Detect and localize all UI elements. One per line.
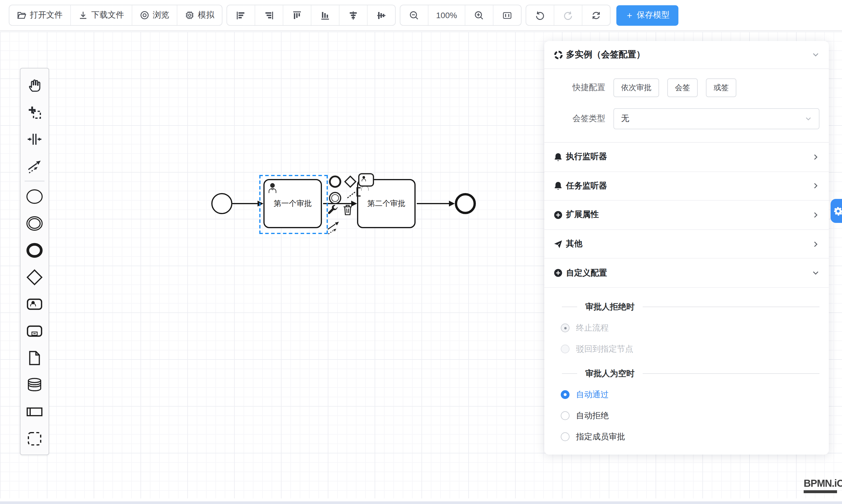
save-model-button[interactable]: ＋ 保存模型	[616, 5, 679, 25]
panel-header[interactable]: 多实例（会签配置）	[544, 41, 829, 69]
settings-wrench-button[interactable]	[327, 204, 338, 215]
zoom-in-button[interactable]	[465, 5, 493, 25]
quick-config-sequential-button[interactable]: 依次审批	[613, 78, 659, 97]
palette-participant-pool[interactable]	[21, 398, 48, 425]
zoom-button-group: 100%	[400, 5, 522, 26]
hand-tool[interactable]	[21, 72, 48, 99]
download-file-label: 下载文件	[91, 10, 124, 20]
sign-type-label: 会签类型	[554, 113, 613, 124]
align-top-button[interactable]	[283, 5, 311, 25]
preview-button[interactable]: 浏览	[132, 5, 177, 25]
simulate-button[interactable]: 模拟	[177, 5, 222, 25]
file-button-group: 打开文件 下载文件 浏览 模拟	[9, 5, 223, 26]
refresh-button[interactable]	[582, 5, 610, 25]
delete-trash-button[interactable]	[343, 203, 353, 216]
lasso-tool-icon	[27, 104, 43, 121]
task-label: 第二个审批	[367, 198, 405, 209]
radio-checked-disabled-icon	[561, 324, 569, 332]
append-task-button[interactable]	[358, 173, 374, 187]
palette-group[interactable]	[21, 425, 48, 452]
subprocess-icon	[26, 322, 43, 340]
simulate-label: 模拟	[198, 10, 214, 20]
redo-button[interactable]	[554, 5, 582, 25]
zoom-level: 100%	[428, 5, 465, 25]
connect-tool-button[interactable]	[327, 221, 342, 235]
align-middle-vertical-button[interactable]	[368, 5, 395, 25]
open-file-button[interactable]: 打开文件	[10, 5, 71, 25]
section-other[interactable]: 其他	[544, 230, 829, 259]
palette-user-task[interactable]	[21, 291, 48, 318]
align-left-icon	[236, 10, 246, 20]
palette-data-object[interactable]	[21, 345, 48, 372]
undo-icon	[535, 10, 545, 20]
radio-auto-pass[interactable]: 自动通过	[561, 390, 820, 400]
lasso-tool[interactable]	[21, 99, 48, 126]
section-custom-config[interactable]: 自定义配置	[544, 259, 829, 288]
zoom-reset-button[interactable]	[493, 5, 521, 25]
radio-return-to-node[interactable]: 驳回到指定节点	[561, 344, 820, 355]
chevron-down-icon[interactable]	[812, 51, 820, 58]
append-intermediate-event-button[interactable]	[329, 192, 341, 204]
hand-tool-icon	[27, 77, 43, 94]
end-event-icon	[26, 241, 43, 259]
global-connect-tool[interactable]	[21, 153, 48, 180]
section-task-listener[interactable]: 任务监听器	[544, 172, 829, 201]
radio-label: 终止流程	[576, 323, 609, 334]
user-task-icon	[26, 295, 43, 313]
space-tool[interactable]	[21, 126, 48, 153]
data-object-icon	[27, 350, 43, 366]
download-file-button[interactable]: 下载文件	[71, 5, 132, 25]
plus-icon: ＋	[625, 10, 634, 21]
open-file-label: 打开文件	[30, 10, 63, 20]
text-annotation-icon	[347, 186, 362, 199]
end-event-shape[interactable]	[455, 193, 476, 214]
inner-circle	[331, 194, 339, 202]
folder-open-icon	[17, 11, 27, 20]
section-extended-properties[interactable]: 扩展属性	[544, 201, 829, 230]
append-end-event-button[interactable]	[329, 176, 341, 188]
selection-outline	[259, 175, 328, 234]
align-center-horizontal-button[interactable]	[339, 5, 368, 25]
align-left-button[interactable]	[227, 5, 255, 25]
zoom-out-button[interactable]	[400, 5, 428, 25]
bpmn-io-logo-underline	[804, 490, 837, 493]
sign-type-select[interactable]: 无	[613, 108, 820, 129]
intermediate-event-icon	[26, 215, 43, 232]
divider-line	[562, 307, 577, 307]
palette-end-event[interactable]	[21, 237, 48, 264]
quick-config-countersign-button[interactable]: 会签	[667, 78, 698, 97]
bpmn-io-logo[interactable]: BPMN.iO	[804, 478, 842, 493]
bottom-scrollbar[interactable]	[0, 501, 842, 504]
section-execution-listener[interactable]: 执行监听器	[544, 143, 829, 172]
palette-gateway[interactable]	[21, 264, 48, 291]
panel-title: 多实例（会签配置）	[566, 49, 812, 60]
quick-config-orsign-button[interactable]: 或签	[706, 78, 736, 97]
wrench-icon	[327, 204, 338, 215]
settings-tab[interactable]	[830, 199, 842, 223]
undo-button[interactable]	[526, 5, 554, 25]
radio-terminate-process[interactable]: 终止流程	[561, 323, 820, 334]
radio-assign-member[interactable]: 指定成员审批	[561, 432, 820, 442]
sequence-flow-1[interactable]	[232, 203, 258, 204]
align-center-horizontal-icon	[348, 10, 358, 20]
radio-label: 自动拒绝	[576, 411, 609, 421]
radio-auto-reject[interactable]: 自动拒绝	[561, 411, 820, 421]
start-event-icon	[26, 188, 43, 205]
align-bottom-button[interactable]	[311, 5, 339, 25]
radio-unchecked-icon	[561, 433, 569, 442]
participant-pool-icon	[26, 403, 43, 421]
palette-intermediate-event[interactable]	[21, 210, 48, 237]
palette-subprocess[interactable]	[21, 318, 48, 345]
reject-group-title-text: 审批人拒绝时	[585, 302, 634, 312]
align-button-group	[227, 5, 396, 26]
palette-start-event[interactable]	[21, 183, 48, 210]
align-right-button[interactable]	[255, 5, 283, 25]
chevron-down-icon	[812, 269, 820, 277]
person-icon	[361, 176, 366, 182]
reject-group-title: 审批人拒绝时	[554, 302, 820, 312]
start-event-shape[interactable]	[211, 193, 232, 214]
append-text-annotation-button[interactable]	[347, 186, 362, 199]
palette-data-store[interactable]	[21, 372, 48, 398]
save-model-label: 保存模型	[637, 10, 670, 20]
sequence-flow-3[interactable]	[417, 203, 450, 204]
